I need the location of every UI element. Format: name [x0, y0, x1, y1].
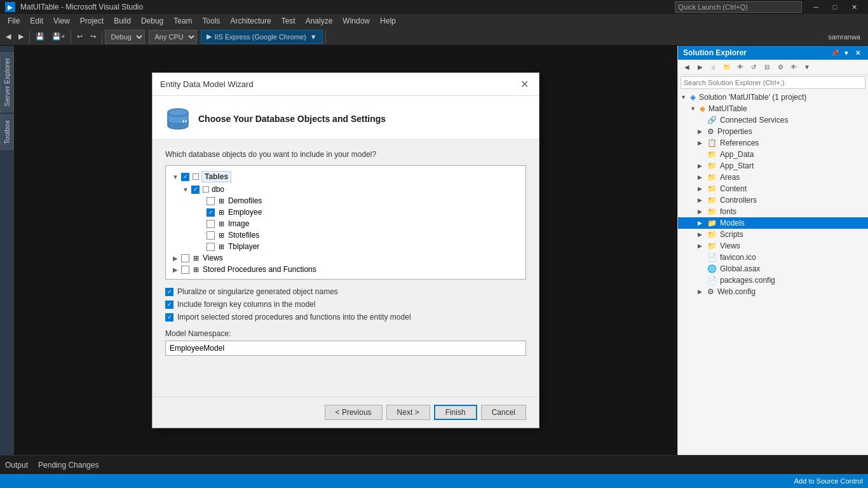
tables-checkbox[interactable]: ✓ — [181, 173, 189, 181]
next-button[interactable]: Next > — [386, 405, 430, 420]
pending-changes-tab[interactable]: Pending Changes — [38, 458, 98, 472]
se-favicon-icon: 📄 — [707, 253, 717, 262]
output-tab[interactable]: Output — [5, 458, 28, 472]
views-checkbox[interactable] — [181, 254, 189, 262]
importstored-checkbox[interactable]: ✓ — [165, 313, 173, 322]
toolbar-undo-btn[interactable]: ↩ — [74, 30, 86, 44]
se-controllers-row[interactable]: ▶ 📁 Controllers — [678, 194, 868, 206]
toolbar-forward-btn[interactable]: ▶ — [15, 30, 27, 44]
se-pin-btn[interactable]: 📌 — [830, 48, 840, 58]
tblplayer-checkbox[interactable] — [207, 243, 215, 251]
status-bar: Add to Source Control — [0, 474, 868, 488]
toolbox-tab[interactable]: Toolbox — [0, 114, 14, 150]
stotefiles-checkbox[interactable] — [207, 231, 215, 240]
se-properties-row[interactable]: ▶ ⚙ Properties — [678, 126, 868, 137]
se-project-row[interactable]: ▼ ◆ MatUITable — [678, 103, 868, 114]
se-close-btn[interactable]: ✕ — [853, 48, 863, 58]
se-preview-btn[interactable]: 👁 — [787, 61, 800, 74]
add-to-source-control[interactable]: Add to Source Control — [794, 477, 863, 485]
demofiles-checkbox[interactable] — [207, 197, 215, 205]
menu-build[interactable]: Build — [109, 15, 136, 27]
menu-edit[interactable]: Edit — [25, 15, 48, 27]
se-props-btn[interactable]: ⚙ — [774, 61, 787, 74]
se-show-all-btn[interactable]: 👁 — [734, 61, 747, 74]
tree-tblplayer[interactable]: ⊞ Tblplayer — [170, 241, 522, 252]
se-home-btn[interactable]: ⌂ — [707, 61, 720, 74]
se-new-folder-btn[interactable]: 📁 — [721, 61, 733, 74]
se-solution-row[interactable]: ▼ ◈ Solution 'MatUITable' (1 project) — [678, 92, 868, 103]
tree-container[interactable]: ▼ ✓ Tables ▼ ✓ dbo — [165, 165, 526, 280]
se-appstart-row[interactable]: ▶ 📁 App_Start — [678, 160, 868, 172]
se-views-row[interactable]: ▶ 📁 Views — [678, 240, 868, 252]
menu-view[interactable]: View — [48, 15, 75, 27]
se-globalasax-row[interactable]: 🌐 Global.asax — [678, 263, 868, 274]
table-icon: ⊞ — [219, 197, 224, 205]
close-window-button[interactable]: ✕ — [845, 0, 863, 14]
se-forward-btn[interactable]: ▶ — [694, 61, 707, 74]
pluralize-checkbox[interactable]: ✓ — [165, 288, 173, 296]
se-areas-row[interactable]: ▶ 📁 Areas — [678, 172, 868, 183]
toolbar-redo-btn[interactable]: ↪ — [87, 30, 99, 44]
stored-expand-btn[interactable]: ▶ — [172, 266, 179, 273]
se-fonts-row[interactable]: ▶ 📁 fonts — [678, 206, 868, 217]
se-packages-row[interactable]: 📄 packages.config — [678, 274, 868, 286]
stored-checkbox[interactable] — [181, 266, 189, 274]
tree-tables-row[interactable]: ▼ ✓ Tables — [170, 170, 522, 184]
server-explorer-tab[interactable]: Server Explorer — [0, 52, 14, 112]
dbo-expand-btn[interactable]: ▼ — [182, 186, 189, 193]
foreignkey-checkbox[interactable]: ✓ — [165, 301, 173, 309]
tables-expand-btn[interactable]: ▼ — [172, 173, 179, 180]
se-back-btn[interactable]: ◀ — [681, 61, 693, 74]
toolbar-back-btn[interactable]: ◀ — [3, 30, 14, 44]
menu-analyze[interactable]: Analyze — [301, 15, 338, 27]
se-dropdown-btn[interactable]: ▼ — [841, 48, 851, 58]
menu-debug[interactable]: Debug — [136, 15, 168, 27]
cpu-dropdown[interactable]: Any CPU — [149, 30, 197, 44]
employee-checkbox[interactable]: ✓ — [207, 208, 215, 217]
dbo-checkbox[interactable]: ✓ — [191, 186, 200, 194]
se-webconfig-row[interactable]: ▶ ⚙ Web.config — [678, 286, 868, 297]
tree-stored-row[interactable]: ▶ ⊞ Stored Procedures and Functions — [170, 264, 522, 275]
menu-help[interactable]: Help — [375, 15, 401, 27]
se-scripts-row[interactable]: ▶ 📁 Scripts — [678, 229, 868, 240]
maximize-button[interactable]: □ — [826, 0, 844, 14]
run-button[interactable]: ▶ IIS Express (Google Chrome) ▼ — [201, 30, 322, 44]
menu-tools[interactable]: Tools — [198, 15, 226, 27]
se-references-row[interactable]: ▶ 📋 References — [678, 137, 868, 149]
se-collapse-btn[interactable]: ⊟ — [761, 61, 773, 74]
toolbar-save-btn[interactable]: 💾 — [32, 30, 48, 44]
se-favicon-row[interactable]: 📄 favicon.ico — [678, 252, 868, 263]
debug-config-dropdown[interactable]: Debug — [105, 30, 145, 44]
tree-demofiles[interactable]: ⊞ Demofiles — [170, 195, 522, 207]
se-filter-btn[interactable]: ▼ — [801, 61, 813, 74]
dialog-close-button[interactable]: ✕ — [518, 78, 531, 90]
image-checkbox[interactable] — [207, 220, 215, 228]
tree-stotefiles[interactable]: ⊞ Stotefiles — [170, 229, 522, 241]
se-refresh-btn[interactable]: ↺ — [747, 61, 760, 74]
se-connected-icon: 🔗 — [707, 116, 717, 125]
se-search-input[interactable] — [681, 76, 865, 89]
menu-window[interactable]: Window — [337, 15, 375, 27]
menu-architecture[interactable]: Architecture — [226, 15, 276, 27]
menu-project[interactable]: Project — [75, 15, 109, 27]
se-models-row[interactable]: ▶ 📁 Models — [678, 217, 868, 229]
tree-image[interactable]: ⊞ Image — [170, 218, 522, 229]
tree-dbo-row[interactable]: ▼ ✓ dbo — [170, 184, 522, 195]
se-connected-row[interactable]: 🔗 Connected Services — [678, 114, 868, 126]
menu-test[interactable]: Test — [276, 15, 301, 27]
se-appdata-row[interactable]: 📁 App_Data — [678, 149, 868, 160]
cancel-button[interactable]: Cancel — [481, 405, 526, 420]
tree-employee[interactable]: ✓ ⊞ Employee — [170, 207, 522, 218]
minimize-button[interactable]: ─ — [807, 0, 825, 14]
finish-button[interactable]: Finish — [434, 405, 477, 420]
previous-button[interactable]: < Previous — [325, 405, 383, 420]
toolbar-save-all-btn[interactable]: 💾+ — [49, 30, 68, 44]
se-content-row[interactable]: ▶ 📁 Content — [678, 183, 868, 194]
menu-team[interactable]: Team — [168, 15, 197, 27]
tables-label[interactable]: Tables — [201, 171, 231, 182]
views-expand-btn[interactable]: ▶ — [172, 255, 179, 262]
quick-launch-bar[interactable]: Quick Launch (Ctrl+Q) — [675, 1, 802, 13]
menu-file[interactable]: File — [3, 15, 25, 27]
namespace-input[interactable] — [165, 341, 526, 356]
tree-views-row[interactable]: ▶ ⊞ Views — [170, 252, 522, 264]
